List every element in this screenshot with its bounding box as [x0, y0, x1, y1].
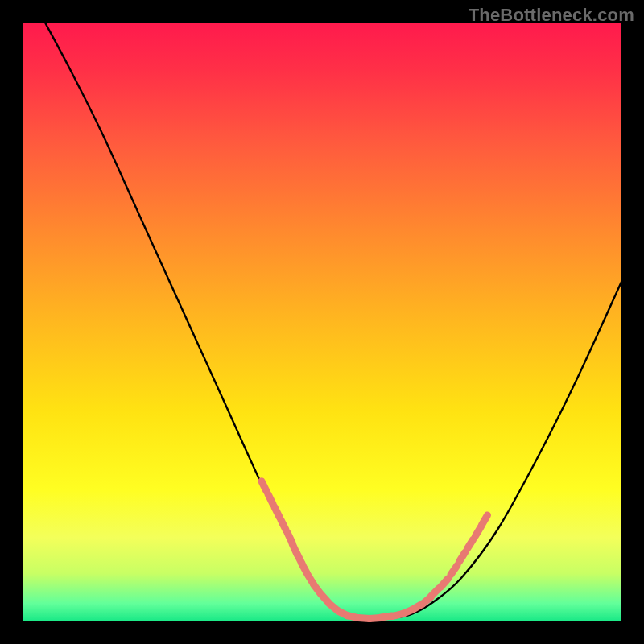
marker-dash: [281, 520, 286, 530]
highlight-markers: [262, 481, 488, 619]
plot-area: [23, 23, 621, 621]
marker-dash: [440, 579, 448, 588]
chart-frame: TheBottleneck.com: [0, 0, 644, 644]
marker-dash: [262, 481, 266, 492]
marker-dash: [459, 552, 464, 562]
marker-dash: [268, 494, 273, 505]
marker-dash: [451, 565, 457, 575]
marker-dash: [431, 588, 439, 597]
bottleneck-curve: [45, 23, 621, 619]
marker-dash: [482, 515, 488, 525]
curve-layer: [23, 23, 621, 621]
marker-dash: [467, 539, 473, 549]
marker-dash: [275, 507, 279, 518]
